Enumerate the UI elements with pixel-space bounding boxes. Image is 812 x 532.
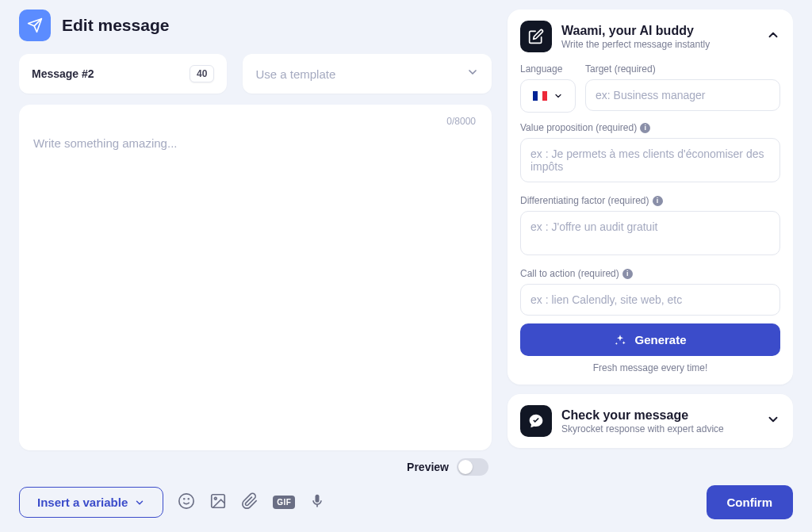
template-select[interactable]: Use a template — [243, 54, 492, 94]
waami-header[interactable]: Waami, your AI buddy Write the perfect m… — [508, 10, 793, 63]
flag-fr-icon — [533, 91, 547, 101]
editor-card: 0/8000 — [19, 105, 492, 450]
info-icon[interactable]: i — [640, 123, 650, 133]
attachment-icon[interactable] — [241, 492, 259, 513]
svg-point-0 — [179, 493, 193, 507]
message-label-card: Message #2 40 — [19, 54, 227, 94]
diff-label: Differentiating factor (required) — [520, 195, 649, 206]
edit-icon — [520, 21, 552, 52]
gif-icon[interactable]: GIF — [273, 496, 295, 509]
chevron-down-icon — [134, 497, 145, 508]
insert-variable-button[interactable]: Insert a variable — [19, 487, 163, 518]
image-icon[interactable] — [209, 492, 227, 513]
message-badge: 40 — [190, 65, 214, 82]
value-prop-label: Value proposition (required) — [520, 122, 637, 133]
check-panel: Check your message Skyrocket response wi… — [508, 394, 793, 448]
language-select[interactable] — [520, 79, 576, 113]
emoji-icon[interactable] — [178, 492, 195, 513]
cta-input[interactable] — [520, 284, 780, 316]
waami-title: Waami, your AI buddy — [561, 24, 756, 38]
char-count: 0/8000 — [446, 116, 476, 127]
check-title: Check your message — [561, 408, 756, 423]
preview-toggle[interactable] — [457, 458, 488, 476]
page-title: Edit message — [62, 16, 169, 35]
check-message-icon — [520, 405, 552, 437]
diff-input[interactable] — [520, 211, 780, 255]
generate-button[interactable]: Generate — [520, 323, 780, 356]
message-editor[interactable] — [33, 136, 477, 436]
chevron-down-icon — [466, 66, 479, 82]
microphone-icon[interactable] — [309, 493, 325, 512]
waami-subtitle: Write the perfect message instantly — [561, 39, 756, 50]
cta-label: Call to action (required) — [520, 268, 619, 279]
sparkle-icon — [614, 334, 626, 346]
generate-note: Fresh message every time! — [520, 362, 780, 373]
info-icon[interactable]: i — [653, 196, 663, 206]
chevron-up-icon — [766, 28, 780, 45]
svg-point-1 — [184, 498, 185, 499]
chevron-down-icon — [553, 91, 563, 101]
svg-point-4 — [215, 497, 217, 499]
language-label: Language — [520, 63, 576, 75]
target-input[interactable] — [585, 79, 780, 111]
check-subtitle: Skyrocket response with expert advice — [561, 423, 756, 434]
value-prop-input[interactable] — [520, 138, 780, 182]
waami-panel: Waami, your AI buddy Write the perfect m… — [508, 10, 793, 385]
chevron-down-icon — [766, 412, 780, 430]
confirm-button[interactable]: Confirm — [707, 485, 794, 519]
check-header[interactable]: Check your message Skyrocket response wi… — [508, 394, 793, 448]
preview-label: Preview — [407, 461, 449, 473]
info-icon[interactable]: i — [622, 269, 633, 279]
target-label: Target (required) — [585, 63, 780, 75]
send-icon — [19, 10, 51, 41]
template-placeholder: Use a template — [255, 67, 335, 81]
svg-point-2 — [189, 498, 190, 499]
message-label: Message #2 — [32, 67, 94, 80]
page-header: Edit message — [19, 10, 492, 41]
